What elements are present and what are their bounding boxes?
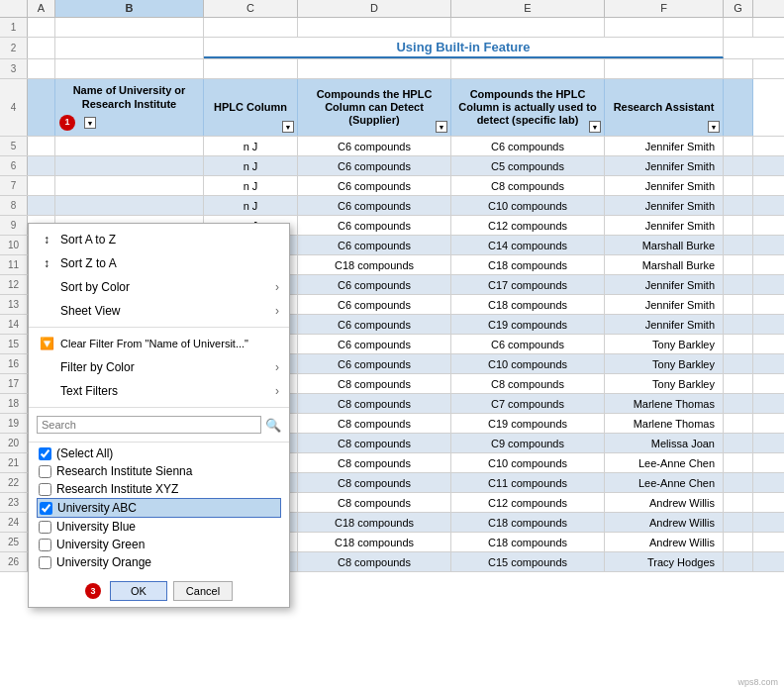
text-filters-arrow: › <box>275 384 279 398</box>
header-g <box>724 79 753 136</box>
cell-d: C18 compounds <box>298 513 451 532</box>
r3b <box>55 59 204 78</box>
cell-b <box>55 137 204 155</box>
cell-f: Andrew Willis <box>605 513 724 532</box>
r3f <box>605 59 724 78</box>
text-filters-item[interactable]: Text Filters › <box>29 379 289 403</box>
cell-f: Marlene Thomas <box>605 414 724 433</box>
clear-filter-label: Clear Filter From "Name of Universit..." <box>60 338 248 349</box>
cell-f: Jennifer Smith <box>605 196 724 215</box>
item-label: University Green <box>56 538 145 551</box>
checklist-items: Research Institute Sienna Research Insti… <box>37 462 281 571</box>
r1f <box>605 18 724 37</box>
item-label: University Blue <box>56 520 136 534</box>
item-checkbox[interactable] <box>40 502 52 515</box>
badge-3: 3 <box>85 583 101 599</box>
cell-g <box>724 255 753 274</box>
list-item[interactable]: University Green <box>37 536 281 553</box>
row-num: 10 <box>0 236 28 254</box>
cell-f: Jennifer Smith <box>605 156 724 175</box>
r2a <box>28 38 55 58</box>
sort-section: ↕ Sort A to Z ↕ Sort Z to A Sort by Colo… <box>29 224 289 328</box>
cell-f: Andrew Willis <box>605 493 724 512</box>
badge-1: 1 <box>59 115 75 131</box>
list-item[interactable]: Research Institute XYZ <box>37 480 281 498</box>
check-all-checkbox[interactable] <box>39 447 51 460</box>
list-item[interactable]: University ABC <box>37 498 281 518</box>
list-item[interactable]: University Blue <box>37 518 281 536</box>
cell-d: C18 compounds <box>298 255 451 274</box>
cancel-button[interactable]: Cancel <box>173 581 233 601</box>
clear-filter-icon: 🔽 <box>39 336 54 351</box>
sort-az-item[interactable]: ↕ Sort A to Z <box>29 228 289 251</box>
cell-e: C9 compounds <box>451 434 605 452</box>
r3g <box>724 59 753 78</box>
row-num: 8 <box>0 196 28 215</box>
cell-g <box>724 434 753 452</box>
cell-d: C6 compounds <box>298 315 451 334</box>
clear-filter-item[interactable]: 🔽 Clear Filter From "Name of Universit..… <box>29 332 289 355</box>
cell-e: C8 compounds <box>451 176 605 195</box>
button-row: 3 OK Cancel <box>29 575 289 607</box>
cell-g <box>724 335 753 353</box>
ok-button[interactable]: OK <box>110 581 167 601</box>
r1e <box>451 18 605 37</box>
col-a-letter: A <box>28 0 55 17</box>
cell-d: C8 compounds <box>298 434 451 452</box>
col-b-letter: B <box>55 0 204 17</box>
cell-e: C11 compounds <box>451 473 605 492</box>
sort-za-item[interactable]: ↕ Sort Z to A <box>29 251 289 275</box>
item-checkbox[interactable] <box>39 556 51 569</box>
cell-e: C12 compounds <box>451 493 605 512</box>
filter-by-color-label: Filter by Color <box>60 360 135 374</box>
cell-b <box>55 156 204 175</box>
cell-f: Tony Barkley <box>605 374 724 393</box>
row-num: 24 <box>0 513 28 532</box>
filter-dropdown-d[interactable]: ▼ <box>436 121 447 133</box>
cell-e: C18 compounds <box>451 533 605 551</box>
cell-e: C6 compounds <box>451 335 605 353</box>
cell-g <box>724 295 753 314</box>
sort-by-color-item[interactable]: Sort by Color › <box>29 275 289 299</box>
sheet-view-item[interactable]: Sheet View › <box>29 299 289 323</box>
item-checkbox[interactable] <box>39 483 51 496</box>
cell-d: C8 compounds <box>298 552 451 571</box>
filter-color-arrow: › <box>275 360 279 374</box>
filter-dropdown-f[interactable]: ▼ <box>708 121 720 133</box>
r3a <box>28 59 55 78</box>
filter-dropdown-b[interactable]: ▼ <box>84 117 96 129</box>
item-checkbox[interactable] <box>39 465 51 478</box>
check-all-label: (Select All) <box>56 446 113 460</box>
cell-a <box>28 176 55 195</box>
list-item[interactable]: Research Institute Sienna <box>37 462 281 480</box>
cell-f: Tracy Hodges <box>605 552 724 571</box>
list-item[interactable]: University Orange <box>37 553 281 571</box>
item-checkbox[interactable] <box>39 521 51 534</box>
r1c <box>204 18 298 37</box>
row-3: 3 <box>0 59 784 79</box>
cell-g <box>724 236 753 254</box>
cell-e: C15 compounds <box>451 552 605 571</box>
row-num: 21 <box>0 453 28 472</box>
search-input[interactable] <box>37 416 261 434</box>
row-num: 14 <box>0 315 28 334</box>
cell-g <box>724 216 753 235</box>
check-all-item[interactable]: (Select All) <box>37 444 281 462</box>
header-e-text: Compounds the HPLC Column is actually us… <box>455 88 600 128</box>
filter-dropdown-e[interactable]: ▼ <box>589 121 601 133</box>
cell-d: C6 compounds <box>298 335 451 353</box>
row-num: 19 <box>0 414 28 433</box>
header-d: Compounds the HPLC Column can Detect (Su… <box>298 79 451 136</box>
cell-d: C18 compounds <box>298 533 451 551</box>
r2b <box>55 38 204 58</box>
filter-dropdown-c[interactable]: ▼ <box>282 121 294 133</box>
sort-color-icon <box>39 279 54 295</box>
sort-by-color-label: Sort by Color <box>60 280 130 294</box>
text-filters-label: Text Filters <box>60 384 118 398</box>
filter-by-color-item[interactable]: Filter by Color › <box>29 355 289 379</box>
row-num: 7 <box>0 176 28 195</box>
row-num: 20 <box>0 434 28 452</box>
item-checkbox[interactable] <box>39 539 51 551</box>
checklist: (Select All) Research Institute Sienna R… <box>29 443 289 575</box>
cell-b <box>55 196 204 215</box>
